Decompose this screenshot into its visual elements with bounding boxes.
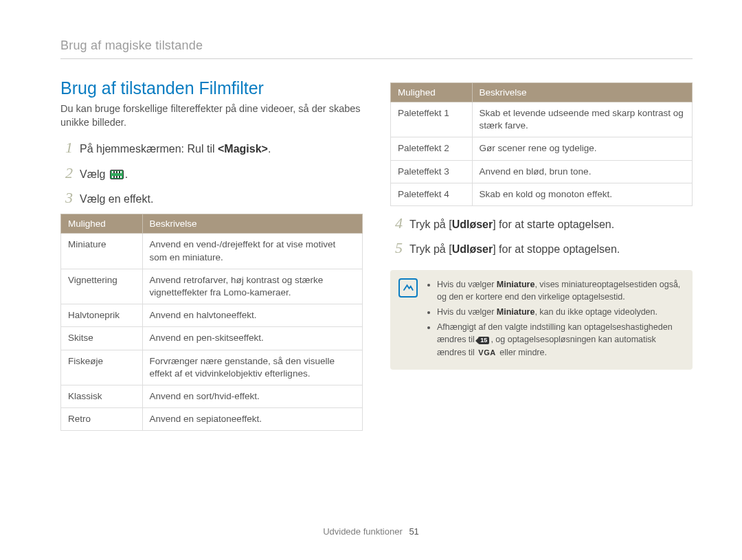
step-3: 3 Vælg en effekt. [60,189,363,207]
step-pre: Tryk på [ [409,243,452,255]
table-row: FiskeøjeForvrænger nære genstande, så de… [61,350,363,385]
vga-label: VGA [478,348,495,359]
step-pre: Vælg [80,168,109,180]
table-row: Paleteffekt 4Skab en kold og monoton eff… [391,183,693,205]
table-row: SkitseAnvend en pen-skitseeffekt. [61,327,363,350]
note-item: Afhængigt af den valgte indstilling kan … [437,321,682,358]
step-post: . [268,143,271,155]
note-item: Hvis du vælger Miniature, vises miniatur… [437,278,682,303]
table-row: Paleteffekt 2Gør scener rene og tydelige… [391,137,693,160]
step-pre: Tryk på [ [409,219,452,230]
opt-desc: Anvend en sort/hvid-effekt. [142,385,362,408]
opt-desc: Anvend en blød, brun tone. [472,160,692,183]
step-bold: Udløser [452,243,493,255]
table-row: Paleteffekt 1Skab et levende udseende me… [391,102,693,137]
step-text: Vælg . [80,167,128,182]
note-item: Hvis du vælger Miniature, kan du ikke op… [437,306,682,318]
steps-right: 4 Tryk på [Udløser] for at starte optage… [390,214,693,258]
opt-desc: Anvend en vend-/drejeffekt for at vise m… [142,234,362,269]
step-number: 2 [60,164,73,182]
table-row: HalvtoneprikAnvend en halvtoneeffekt. [61,304,363,327]
section-heading: Brug af tilstanden Filmfilter [60,78,363,98]
step-number: 4 [390,214,403,232]
th-desc: Beskrivelse [142,214,362,234]
opt-name: Vignettering [61,269,143,304]
table-row: VignetteringAnvend retrofarver, høj kont… [61,269,363,304]
opt-name: Fiskeøje [61,350,143,385]
opt-desc: Skab en kold og monoton effekt. [472,183,692,205]
right-column: Mulighed Beskrivelse Paleteffekt 1Skab e… [390,78,693,439]
th-option: Mulighed [61,214,143,234]
opt-desc: Anvend en pen-skitseeffekt. [142,327,362,350]
opt-desc: Anvend en sepiatoneeffekt. [142,408,362,431]
note-text: eller mindre. [497,348,547,357]
table-row: Paleteffekt 3Anvend en blød, brun tone. [391,160,693,183]
step-text: Tryk på [Udløser] for at starte optagels… [409,217,614,232]
step-bold: <Magisk> [218,143,268,155]
page-footer: Udvidede funktioner 51 [0,526,742,537]
section-intro: Du kan bruge forskellige filtereffekter … [60,102,363,129]
step-text: På hjemmeskærmen: Rul til <Magisk>. [80,142,271,157]
step-1: 1 På hjemmeskærmen: Rul til <Magisk>. [60,139,363,157]
opt-desc: Anvend en halvtoneeffekt. [142,304,362,327]
opt-name: Paleteffekt 3 [391,160,473,183]
step-number: 3 [60,189,73,207]
step-number: 1 [60,139,73,157]
note-text: Hvis du vælger [437,307,497,317]
opt-name: Paleteffekt 4 [391,183,473,205]
footer-section: Udvidede funktioner [323,526,403,537]
breadcrumb: Brug af magiske tilstande [60,38,693,59]
opt-name: Skitse [61,327,143,350]
step-4: 4 Tryk på [Udløser] for at starte optage… [390,214,693,232]
page-number: 51 [409,526,418,537]
opt-name: Retro [61,408,143,431]
step-2: 2 Vælg . [60,164,363,182]
step-post: . [125,168,128,180]
film-filter-icon [110,170,124,179]
opt-desc: Gør scener rene og tydelige. [472,137,692,160]
step-5: 5 Tryk på [Udløser] for at stoppe optage… [390,239,693,257]
opt-name: Paleteffekt 2 [391,137,473,160]
note-bold: Miniature [497,280,535,289]
opt-desc: Skab et levende udseende med skarp kontr… [472,102,692,137]
note-text: , kan du ikke optage videolyden. [535,307,657,317]
opt-name: Paleteffekt 1 [391,102,473,137]
opt-name: Klassisk [61,385,143,408]
step-text: Vælg en effekt. [80,192,153,207]
note-text: Hvis du vælger [437,280,497,289]
steps-left: 1 På hjemmeskærmen: Rul til <Magisk>. 2 … [60,139,363,207]
left-column: Brug af tilstanden Filmfilter Du kan bru… [60,78,363,439]
step-number: 5 [390,239,403,257]
step-post: ] for at starte optagelsen. [493,219,614,230]
options-table-left: Mulighed Beskrivelse MiniatureAnvend en … [60,214,363,431]
table-row: RetroAnvend en sepiatoneeffekt. [61,408,363,431]
step-post: ] for at stoppe optagelsen. [493,243,620,255]
note-bold: Miniature [497,307,535,317]
step-pre: På hjemmeskærmen: Rul til [80,143,218,155]
opt-desc: Forvrænger nære genstande, så den visuel… [142,350,362,385]
step-text: Tryk på [Udløser] for at stoppe optagels… [409,242,620,257]
note-icon [398,278,418,298]
opt-name: Halvtoneprik [61,304,143,327]
opt-name: Miniature [61,234,143,269]
th-desc: Beskrivelse [472,83,692,102]
fps-icon: 15 [478,337,489,344]
step-bold: Udløser [452,219,493,230]
note-box: Hvis du vælger Miniature, vises miniatur… [390,270,693,370]
opt-desc: Anvend retrofarver, høj kontrast og stær… [142,269,362,304]
options-table-right: Mulighed Beskrivelse Paleteffekt 1Skab e… [390,82,693,206]
th-option: Mulighed [391,83,473,102]
table-row: MiniatureAnvend en vend-/drejeffekt for … [61,234,363,269]
table-row: KlassiskAnvend en sort/hvid-effekt. [61,385,363,408]
